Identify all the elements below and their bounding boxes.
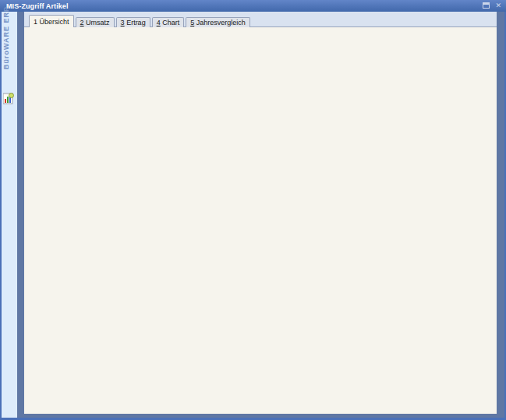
sidebar (2, 12, 17, 418)
tab-bar: 1 Übersicht 2 Umsatz 3 Ertrag 4 Chart 5 … (29, 15, 250, 27)
mis-window: MIS-Zugriff Artikel ✕ BüroWARE ERP 1 Übe… (0, 0, 506, 420)
close-icon[interactable]: ✕ (495, 2, 501, 9)
titlebar: MIS-Zugriff Artikel ✕ (0, 0, 506, 12)
restore-icon[interactable] (483, 2, 490, 9)
tab-ertrag[interactable]: 3 Ertrag (116, 17, 150, 27)
tab-uebersicht[interactable]: 1 Übersicht (29, 15, 74, 27)
tab-chart[interactable]: 4 Chart (152, 17, 185, 27)
tab-page-uebersicht (24, 26, 497, 414)
bottom-splitter-band (24, 414, 497, 418)
tab-strip: 1 Übersicht 2 Umsatz 3 Ertrag 4 Chart 5 … (24, 12, 497, 26)
brand-label: BüroWARE ERP (2, 6, 10, 69)
tab-umsatz[interactable]: 2 Umsatz (76, 17, 115, 27)
left-splitter-band (17, 12, 24, 418)
mis-chart-icon[interactable] (3, 93, 14, 106)
tab-jahresvergleich[interactable]: 5 Jahresvergleich (186, 17, 250, 27)
right-splitter-band (497, 12, 504, 418)
window-title: MIS-Zugriff Artikel (0, 2, 69, 10)
